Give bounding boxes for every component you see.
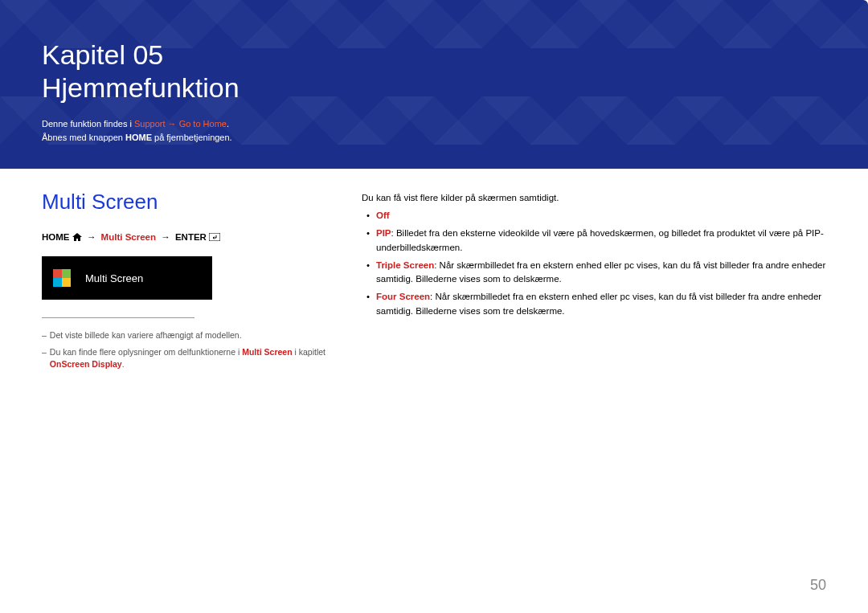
home-icon — [72, 233, 82, 241]
navigation-path: HOME → Multi Screen → ENTER — [42, 232, 347, 242]
screenshot-preview: Multi Screen — [42, 256, 212, 300]
chapter-title: Kapitel 05 Hjemmefunktion — [42, 39, 826, 104]
option-off: Off — [376, 209, 826, 223]
option-four: Four Screen: Når skærmbilledet fra en ek… — [376, 290, 826, 318]
footnote-2: – Du kan finde flere oplysninger om delf… — [42, 346, 347, 370]
page-number: 50 — [810, 577, 826, 594]
home-key-label: HOME — [125, 133, 152, 142]
intro-line-2: Åbnes med knappen HOME på fjernbetjening… — [42, 133, 826, 142]
right-column: Du kan få vist flere kilder på skærmen s… — [362, 190, 826, 376]
chapter-header: Kapitel 05 Hjemmefunktion Denne funktion… — [0, 0, 868, 169]
footnote-1: – Det viste billede kan variere afhængig… — [42, 329, 347, 341]
option-pip: PIP: Billedet fra den eksterne videokild… — [376, 227, 826, 255]
option-list: Off PIP: Billedet fra den eksterne video… — [362, 209, 826, 318]
option-triple: Triple Screen: Når skærmbilledet fra en … — [376, 259, 826, 287]
chapter-label: Kapitel 05 — [42, 39, 163, 70]
divider — [42, 317, 194, 318]
highlight-support: Support — [134, 119, 166, 129]
section-heading: Multi Screen — [42, 190, 347, 215]
footnote-link-multi-screen: Multi Screen — [242, 347, 292, 357]
crumb-multi-screen: Multi Screen — [101, 232, 156, 242]
chapter-name: Hjemmefunktion — [42, 72, 240, 103]
description-intro: Du kan få vist flere kilder på skærmen s… — [362, 193, 826, 202]
screenshot-label: Multi Screen — [85, 272, 143, 284]
crumb-home: HOME — [42, 232, 70, 242]
crumb-enter: ENTER — [175, 232, 207, 242]
highlight-go-to-home: Go to Home — [179, 119, 227, 129]
footnote-link-onscreen-display: OnScreen Display — [50, 359, 122, 369]
intro-line-1: Denne funktion findes i Support → Go to … — [42, 119, 826, 129]
left-column: Multi Screen HOME → Multi Screen → ENTER… — [42, 190, 347, 376]
enter-icon — [209, 233, 220, 241]
multi-screen-icon — [53, 269, 71, 287]
svg-rect-0 — [209, 233, 220, 241]
content-area: Multi Screen HOME → Multi Screen → ENTER… — [0, 169, 868, 376]
